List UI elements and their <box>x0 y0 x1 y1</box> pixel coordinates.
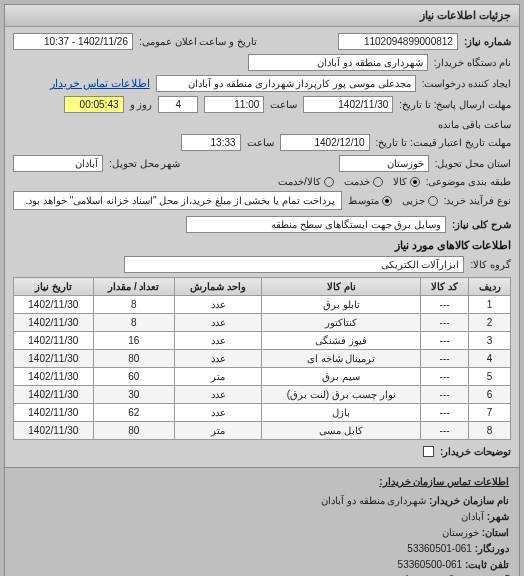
table-row: 2---کنتاکتورعدد81402/11/30 <box>14 314 511 332</box>
deadline-label: مهلت ارسال پاسخ: تا تاریخ: <box>399 99 511 110</box>
subject-label: شرح کلی نیاز: <box>452 219 511 230</box>
cell-qty: 80 <box>93 422 174 440</box>
cell-code: --- <box>421 422 469 440</box>
cell-date: 1402/11/30 <box>14 404 94 422</box>
cell-qty: 30 <box>93 386 174 404</box>
radio-medium[interactable]: متوسط <box>348 195 392 206</box>
goods-group-label: گروه کالا: <box>470 259 511 270</box>
city-label: شهر محل تحویل: <box>109 158 180 169</box>
cell-date: 1402/11/30 <box>14 368 94 386</box>
remain-label: ساعت باقی مانده <box>438 119 511 130</box>
cell-date: 1402/11/30 <box>14 332 94 350</box>
cell-unit: عدد <box>174 332 261 350</box>
radio-icon <box>324 177 334 187</box>
ct-fax: 061-53360501 <box>407 543 472 554</box>
contact-link[interactable]: اطلاعات تماس خریدار <box>50 77 150 90</box>
contact-block: اطلاعات تماس سازمان خریدار: نام سازمان خ… <box>5 467 519 576</box>
table-row: 8---کابل مسیمتر801402/11/30 <box>14 422 511 440</box>
goods-table: ردیف کد کالا نام کالا واحد شمارش تعداد /… <box>13 277 511 440</box>
ct-org-label: نام سازمان خریدار: <box>429 495 509 506</box>
cell-date: 1402/11/30 <box>14 314 94 332</box>
deadline-date: 1402/11/30 <box>303 96 393 113</box>
radio-service[interactable]: خدمت <box>344 176 383 187</box>
radio-both[interactable]: کالا/خدمت <box>278 176 334 187</box>
cell-unit: عدد <box>174 386 261 404</box>
ct-province: خوزستان <box>442 527 479 538</box>
city-value: آبادان <box>13 155 103 172</box>
cell-date: 1402/11/30 <box>14 422 94 440</box>
ct-city-label: شهر: <box>487 511 509 522</box>
validity-time: 13:33 <box>181 134 241 151</box>
cell-n: 4 <box>469 350 511 368</box>
cell-name: سیم برق <box>262 368 421 386</box>
table-row: 1---تابلو برقعدد81402/11/30 <box>14 296 511 314</box>
remain-time: 00:05:43 <box>64 96 124 113</box>
cell-code: --- <box>421 350 469 368</box>
panel-body: شماره نیاز: 1102094899000812 تاریخ و ساع… <box>5 27 519 467</box>
deadline-time-label: ساعت <box>270 99 297 110</box>
cell-n: 1 <box>469 296 511 314</box>
th-unit: واحد شمارش <box>174 278 261 296</box>
deadline-time: 11:00 <box>204 96 264 113</box>
radio-icon <box>382 196 392 206</box>
buyer-notes-label: توضیحات خریدار: <box>440 446 511 457</box>
cell-name: نوار چسب برق (لنت برق) <box>262 386 421 404</box>
announce-label: تاریخ و ساعت اعلان عمومی: <box>139 36 257 47</box>
goods-section-title: اطلاعات کالاهای مورد نیاز <box>13 239 511 252</box>
announce-value: 1402/11/26 - 10:37 <box>13 33 133 50</box>
validity-date: 1402/12/10 <box>280 134 370 151</box>
province-value: خوزستان <box>339 155 429 172</box>
cell-code: --- <box>421 368 469 386</box>
radio-goods[interactable]: کالا <box>393 176 420 187</box>
cell-n: 7 <box>469 404 511 422</box>
priority-radio-group: جزیی متوسط <box>348 195 438 206</box>
cell-n: 5 <box>469 368 511 386</box>
cell-unit: عدد <box>174 350 261 368</box>
cell-unit: متر <box>174 422 261 440</box>
validity-time-label: ساعت <box>247 137 274 148</box>
goods-group-value: ابزارآلات الکتریکی <box>124 256 464 273</box>
payment-note: پرداخت تمام یا بخشی از مبلغ خرید،از محل … <box>13 191 342 210</box>
cell-code: --- <box>421 386 469 404</box>
table-row: 5---سیم برقمتر601402/11/30 <box>14 368 511 386</box>
priority-label: نوع فرآیند خرید: <box>444 195 511 206</box>
cell-n: 8 <box>469 422 511 440</box>
radio-icon <box>373 177 383 187</box>
remain-days: 4 <box>158 96 198 113</box>
cell-qty: 8 <box>93 296 174 314</box>
buyer-org-value: شهرداری منطقه دو آبادان <box>248 54 428 71</box>
cell-n: 6 <box>469 386 511 404</box>
remain-days-label: روز و <box>130 99 153 110</box>
creator-label: ایجاد کننده درخواست: <box>422 78 511 89</box>
panel-title: جزئیات اطلاعات نیاز <box>5 5 519 27</box>
cell-name: تابلو برق <box>262 296 421 314</box>
th-name: نام کالا <box>262 278 421 296</box>
need-details-panel: جزئیات اطلاعات نیاز شماره نیاز: 11020948… <box>4 4 520 576</box>
contact-title: اطلاعات تماس سازمان خریدار: <box>15 474 509 490</box>
ct-province-label: استان: <box>482 527 509 538</box>
ct-tel-label: تلفن ثابت: <box>465 559 509 570</box>
cell-unit: متر <box>174 368 261 386</box>
cell-n: 2 <box>469 314 511 332</box>
ct-city: آبادان <box>461 511 484 522</box>
cell-name: کنتاکتور <box>262 314 421 332</box>
cell-name: کابل مسی <box>262 422 421 440</box>
buyer-org-label: نام دستگاه خریدار: <box>434 57 511 68</box>
cell-code: --- <box>421 404 469 422</box>
th-date: تاریخ نیاز <box>14 278 94 296</box>
cell-qty: 62 <box>93 404 174 422</box>
th-code: کد کالا <box>421 278 469 296</box>
class-radio-group: کالا خدمت کالا/خدمت <box>278 176 420 187</box>
radio-minor[interactable]: جزیی <box>402 195 438 206</box>
cell-name: بازل <box>262 404 421 422</box>
buyer-notes-checkbox[interactable] <box>423 446 434 457</box>
cell-qty: 16 <box>93 332 174 350</box>
need-no-value: 1102094899000812 <box>338 33 458 50</box>
ct-tel: 061-53360500 <box>398 559 463 570</box>
radio-icon <box>410 177 420 187</box>
cell-code: --- <box>421 296 469 314</box>
table-header-row: ردیف کد کالا نام کالا واحد شمارش تعداد /… <box>14 278 511 296</box>
cell-date: 1402/11/30 <box>14 350 94 368</box>
creator-value: مجدعلی موسی پور کارپرداز شهرداری منطقه د… <box>156 75 416 92</box>
table-row: 4---ترمینال شاخه ایعدد801402/11/30 <box>14 350 511 368</box>
